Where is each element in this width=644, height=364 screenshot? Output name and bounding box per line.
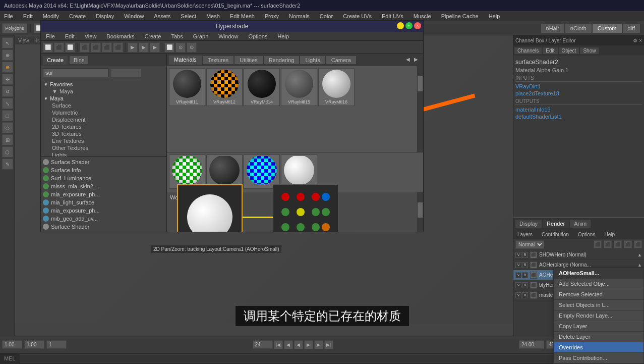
layer-r-4[interactable]: R [522, 282, 528, 288]
cb-tab-edit[interactable]: Edit [543, 47, 557, 54]
anim-end2[interactable] [519, 340, 544, 349]
menu-color[interactable]: Color [318, 12, 335, 20]
menu-pipeline[interactable]: Pipeline Cache [439, 12, 481, 20]
cm-delete-layer[interactable]: Delete Layer [554, 332, 643, 342]
hs-tb-8[interactable]: ▶ [128, 42, 138, 53]
anim-play-back[interactable]: ◀ [294, 340, 303, 349]
win-minimize[interactable]: – [397, 22, 404, 29]
layer-vis-5[interactable]: V [515, 292, 521, 298]
tab-custom[interactable]: Custom [593, 24, 622, 33]
hs-menu-options[interactable]: Options [246, 32, 269, 40]
menu-mesh[interactable]: Mesh [204, 12, 222, 20]
hs-tb-4[interactable]: ⬛ [80, 42, 90, 53]
cm-add-selected[interactable]: Add Selected Obje... [554, 279, 643, 289]
cb-output-material[interactable]: materialInfo13 [515, 106, 642, 113]
cm-overrides[interactable]: Overrides [554, 342, 643, 353]
thumb-r2-4[interactable] [281, 154, 317, 189]
hs-rtab-textures[interactable]: Textures [203, 56, 234, 64]
layer-vis-2[interactable]: V [515, 262, 521, 268]
shader-surface-shader2[interactable]: Surface Shader [42, 223, 165, 231]
anim-next-frame[interactable]: ▶ [314, 340, 323, 349]
tool-3[interactable]: ⊕ [2, 62, 13, 73]
cm-pass-contribution[interactable]: Pass Contribution... [554, 353, 643, 363]
toolbar-mode-btn[interactable]: Polygons [2, 23, 27, 33]
thumb-r2-1[interactable] [169, 154, 205, 189]
hs-tb-11[interactable]: ⬜ [164, 42, 174, 53]
hs-scroll-right[interactable]: ▶ [414, 57, 421, 64]
shader-surf-luminance[interactable]: Surf. Luminance [42, 174, 165, 182]
tree-other-textures[interactable]: Other Textures [42, 144, 165, 151]
menu-file[interactable]: File [2, 12, 15, 20]
rp-menu-contribution[interactable]: Contribution [540, 231, 571, 238]
menu-create[interactable]: Create [67, 12, 88, 20]
tree-volumetric[interactable]: Volumetric [42, 109, 165, 116]
hs-rtab-materials[interactable]: Materials [169, 56, 202, 65]
rp-tab-display[interactable]: Display [515, 220, 542, 228]
win-close[interactable]: × [414, 22, 421, 29]
rp-menu-options[interactable]: Options [576, 231, 597, 238]
layer-r-3[interactable]: R [522, 272, 528, 278]
tree-displacement[interactable]: Displacement [42, 116, 165, 123]
search-slider[interactable] [111, 69, 141, 78]
tool-select[interactable]: ↖ [2, 37, 13, 48]
hs-menu-help[interactable]: Help [275, 32, 291, 40]
rp-tab-render[interactable]: Render [543, 220, 569, 228]
hs-rtab-rendering[interactable]: Rendering [264, 56, 300, 64]
hs-menu-tabs[interactable]: Tabs [169, 32, 185, 40]
hs-rtab-camera[interactable]: Camera [326, 56, 356, 64]
cm-empty-render[interactable]: Empty Render Laye... [554, 310, 643, 321]
shader-mia-light[interactable]: mia_light_surface [42, 198, 165, 206]
hs-tb-7[interactable]: ⬛ [113, 42, 123, 53]
thumb-r2-3[interactable] [244, 154, 280, 189]
menu-normals[interactable]: Normals [287, 12, 312, 20]
menu-edit[interactable]: Edit [21, 12, 35, 20]
cm-copy-layer[interactable]: Copy Layer [554, 321, 643, 332]
hs-tb-9[interactable]: ▶ [139, 42, 149, 53]
hs-tb-2[interactable]: ⬛ [54, 42, 64, 53]
hs-search-input[interactable] [43, 68, 108, 77]
menu-assets[interactable]: Assets [152, 12, 172, 20]
tree-lights[interactable]: Lights [42, 151, 165, 157]
layer-vis-3[interactable]: V [515, 272, 521, 278]
rp-layer-shdwhero[interactable]: V R ⬛ SHDWHero (Normal) ▲ [513, 250, 644, 260]
menu-proxy[interactable]: Proxy [263, 12, 281, 20]
menu-select[interactable]: Select [179, 12, 198, 20]
menu-edit-uvs[interactable]: Edit UVs [380, 12, 405, 20]
layer-r-1[interactable]: R [522, 252, 528, 258]
rp-tb-btn5[interactable]: ⬛ [634, 240, 642, 248]
rp-tb-btn1[interactable]: ⬛ [594, 240, 602, 248]
anim-end1[interactable] [253, 340, 273, 349]
hs-tb-5[interactable]: ⬛ [91, 42, 101, 53]
shader-misss[interactable]: misss_mia_skin2_... [42, 182, 165, 190]
tool-move[interactable]: ✛ [2, 74, 13, 85]
tool-2[interactable]: ⊕ [2, 49, 13, 61]
tree-2d-textures[interactable]: 2D Textures [42, 123, 165, 130]
shader-surface-info[interactable]: Surface Info [42, 166, 165, 174]
thumb-vray16[interactable]: VRayMtl16 [318, 68, 355, 106]
work-node-texture[interactable]: place2dTexture18 [273, 184, 338, 232]
rp-tab-anim[interactable]: Anim [570, 220, 591, 228]
tool-10[interactable]: ⬡ [2, 146, 13, 158]
tree-maya-header[interactable]: ▼ Maya [42, 95, 165, 102]
tool-scale[interactable]: ⤡ [2, 98, 13, 109]
work-area-scrollbar[interactable] [417, 192, 423, 232]
shader-mib-geo[interactable]: mib_geo_add_uv... [42, 215, 165, 223]
thumb-vray12[interactable]: VRayMtl12 [206, 68, 243, 106]
hs-rtab-lights[interactable]: Lights [300, 56, 325, 64]
menu-display[interactable]: Display [94, 12, 116, 20]
hs-menu-create[interactable]: Create [142, 32, 163, 40]
hs-tb-6[interactable]: ⬛ [102, 42, 112, 53]
tree-env-textures[interactable]: Env Textures [42, 137, 165, 144]
layer-r-2[interactable]: R [522, 262, 528, 268]
hs-menu-bookmarks[interactable]: Bookmarks [104, 32, 136, 40]
tool-9[interactable]: ⊞ [2, 134, 13, 145]
anim-frame-field[interactable] [46, 340, 67, 349]
cb-input-vray[interactable]: VRayDirt1 [515, 83, 642, 90]
hs-scroll-left[interactable]: ◀ [406, 57, 413, 64]
rp-tb-btn3[interactable]: ⬛ [614, 240, 622, 248]
rp-tb-btn4[interactable]: ⬛ [624, 240, 632, 248]
rp-menu-layers[interactable]: Layers [515, 231, 535, 238]
tool-7[interactable]: □ [2, 110, 13, 121]
tree-favorites-header[interactable]: ▼ Favorites [42, 81, 165, 88]
shader-mia-exposure2[interactable]: mia_exposure_ph... [42, 206, 165, 215]
